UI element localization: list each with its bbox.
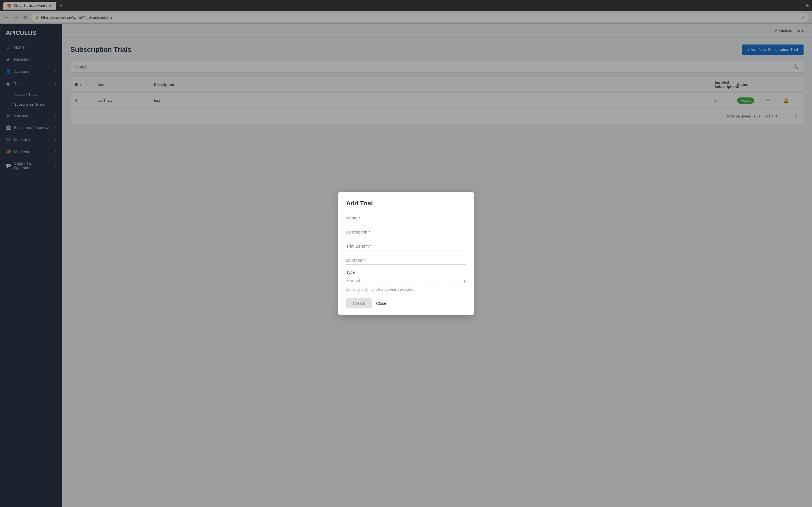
modal-overlay: Add Trial Type Manual ▾ Currently, only … bbox=[0, 0, 812, 507]
description-input[interactable] bbox=[346, 228, 466, 236]
modal-title: Add Trial bbox=[346, 200, 466, 207]
duration-input[interactable] bbox=[346, 256, 466, 265]
duration-field bbox=[346, 256, 466, 265]
modal-actions: Create Close bbox=[346, 298, 466, 308]
description-field bbox=[346, 228, 466, 236]
type-field: Type Manual ▾ Currently, only manual enr… bbox=[346, 270, 466, 291]
type-select-wrapper: Manual ▾ bbox=[346, 276, 466, 286]
type-hint: Currently, only manual enrolment is avai… bbox=[346, 288, 466, 291]
name-input[interactable] bbox=[346, 214, 466, 222]
type-select[interactable]: Manual bbox=[346, 276, 466, 284]
create-button[interactable]: Create bbox=[346, 298, 371, 308]
add-trial-modal: Add Trial Type Manual ▾ Currently, only … bbox=[338, 192, 474, 315]
type-label: Type bbox=[346, 270, 466, 275]
trial-benefit-field bbox=[346, 242, 466, 250]
trial-benefit-input[interactable] bbox=[346, 242, 466, 250]
name-field bbox=[346, 214, 466, 222]
close-button[interactable]: Close bbox=[376, 298, 386, 308]
